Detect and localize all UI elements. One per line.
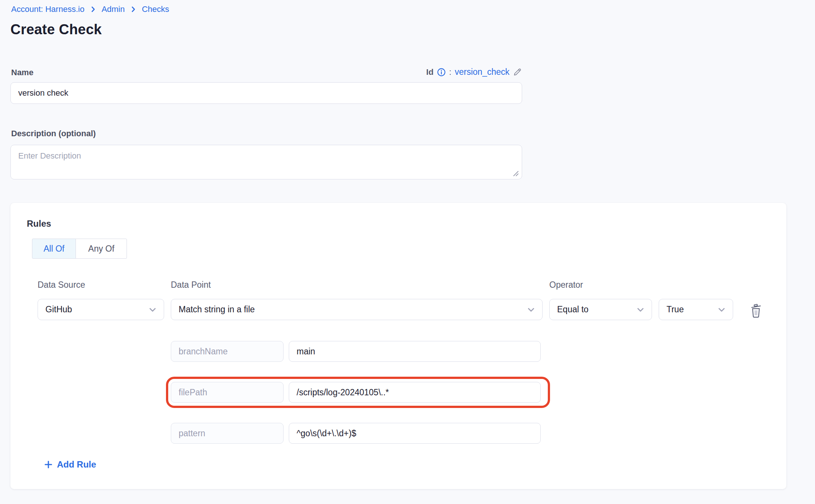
textarea-resize-handle[interactable] [511, 168, 520, 178]
create-check-page: Account: Harness.io Admin Checks Create … [0, 0, 815, 504]
data-source-label: Data Source [38, 280, 85, 290]
breadcrumb: Account: Harness.io Admin Checks [11, 4, 169, 14]
param-key-filepath: filePath [171, 382, 284, 403]
add-rule-button[interactable]: Add Rule [44, 459, 96, 470]
param-value-pattern-input[interactable] [289, 423, 541, 444]
chevron-down-icon [717, 305, 726, 314]
description-textarea[interactable] [10, 145, 522, 179]
toggle-any-of[interactable]: Any Of [76, 239, 127, 259]
id-info-button[interactable] [437, 68, 446, 77]
data-point-value: Match string in a file [179, 304, 255, 315]
id-colon: : [449, 67, 451, 77]
chevron-right-icon [130, 6, 137, 13]
name-input[interactable] [10, 82, 522, 104]
chevron-right-icon [89, 6, 97, 13]
id-label: Id [426, 67, 434, 77]
delete-rule-button[interactable] [748, 302, 764, 319]
data-point-label: Data Point [171, 280, 211, 290]
pencil-icon [513, 67, 522, 77]
chevron-down-icon [527, 305, 536, 314]
breadcrumb-admin-link[interactable]: Admin [102, 4, 125, 14]
breadcrumb-account-link[interactable]: Account: Harness.io [11, 4, 84, 14]
rules-match-toggle: All Of Any Of [32, 239, 127, 259]
edit-id-button[interactable] [513, 67, 522, 77]
info-icon [437, 68, 446, 77]
operator-value: Equal to [557, 304, 588, 315]
data-source-value: GitHub [45, 304, 72, 315]
identifier-row: Id : version_check [10, 67, 522, 77]
toggle-all-of[interactable]: All Of [32, 239, 76, 259]
add-rule-label: Add Rule [57, 459, 96, 470]
description-label: Description (optional) [11, 129, 96, 138]
chevron-down-icon [636, 305, 645, 314]
rules-heading: Rules [27, 218, 51, 229]
param-key-branchname: branchName [171, 341, 284, 362]
operator-expected-value: True [667, 304, 684, 315]
param-value-filepath-input[interactable] [289, 382, 541, 403]
id-value[interactable]: version_check [455, 67, 509, 77]
plus-icon [44, 460, 53, 469]
data-point-select[interactable]: Match string in a file [171, 299, 543, 320]
trash-icon [750, 302, 763, 318]
breadcrumb-checks-link[interactable]: Checks [142, 4, 169, 14]
chevron-down-icon [148, 305, 157, 314]
page-title: Create Check [10, 22, 102, 38]
param-value-branchname-input[interactable] [289, 341, 541, 362]
data-source-select[interactable]: GitHub [38, 299, 164, 320]
operator-value-select[interactable]: True [659, 299, 733, 320]
operator-label: Operator [549, 280, 583, 290]
operator-select[interactable]: Equal to [549, 299, 652, 320]
param-key-pattern: pattern [171, 423, 284, 444]
